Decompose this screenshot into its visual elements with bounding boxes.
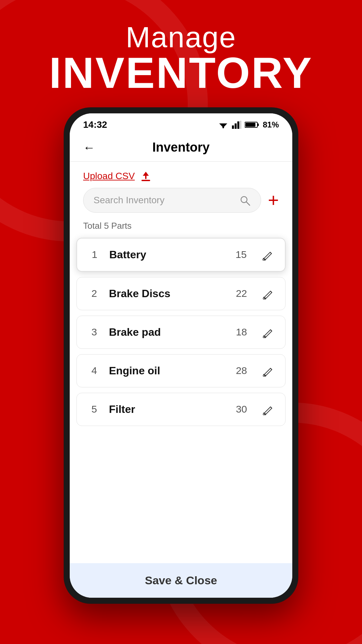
edit-icon[interactable] [262,402,275,416]
item-qty: 18 [236,326,247,338]
svg-marker-13 [143,172,149,176]
svg-line-22 [270,368,272,370]
svg-rect-5 [235,123,237,129]
edit-icon[interactable] [262,287,275,301]
svg-point-3 [222,127,224,128]
upload-arrow-icon [140,171,152,182]
svg-line-15 [246,202,250,205]
status-icons: 81% [218,120,279,129]
upload-csv-link[interactable]: Upload CSV [83,171,135,181]
inventory-item: 4 Engine oil 28 [76,354,286,387]
inventory-list: 1 Battery 15 2 Brake Discs 22 [70,238,292,426]
svg-line-24 [270,407,272,408]
svg-rect-11 [141,180,150,181]
phone-frame: 14:32 [64,107,298,604]
status-time: 14:32 [83,119,107,130]
item-name: Brake pad [109,326,228,338]
save-close-button[interactable]: Save & Close [70,563,292,598]
search-placeholder: Search Inventory [94,195,165,206]
item-number: 1 [88,249,101,260]
nav-title: Inventory [152,140,209,155]
item-qty: 28 [236,365,247,376]
header-section: Manage INVENTORY [0,20,362,95]
item-number: 3 [87,326,101,338]
inventory-item: 3 Brake pad 18 [76,316,286,349]
edit-icon[interactable] [262,364,275,378]
inventory-item: 5 Filter 30 [76,393,286,426]
upload-icon[interactable] [140,170,152,182]
item-qty: 22 [236,288,247,299]
inventory-item: 1 Battery 15 [76,238,286,272]
content-area: Upload CSV Search Inventory [70,162,292,563]
search-section: Search Inventory + [70,188,292,218]
battery-icon [245,121,259,128]
status-bar: 14:32 [70,113,292,133]
signal-icon [232,121,241,129]
svg-line-18 [270,291,272,292]
add-item-button[interactable]: + [268,191,279,210]
svg-line-16 [270,252,272,254]
battery-pct: 81% [263,120,279,129]
svg-rect-9 [257,123,259,126]
svg-rect-6 [237,121,239,129]
inventory-item: 2 Brake Discs 22 [76,277,286,310]
search-icon[interactable] [239,194,251,206]
inventory-headline: INVENTORY [13,51,349,95]
upload-section: Upload CSV [70,162,292,188]
item-number: 5 [87,404,101,415]
edit-icon[interactable] [261,248,274,262]
svg-line-20 [270,330,272,331]
item-name: Brake Discs [109,287,228,300]
svg-rect-4 [232,125,234,129]
total-parts-label: Total 5 Parts [70,218,292,238]
nav-bar: ← Inventory [70,133,292,162]
item-name: Battery [109,249,228,261]
item-name: Engine oil [109,365,228,377]
phone-wrapper: 14:32 [64,107,298,604]
svg-rect-10 [245,123,255,127]
edit-icon[interactable] [262,325,275,339]
item-qty: 15 [236,249,247,260]
phone-screen: 14:32 [70,113,292,598]
item-number: 4 [87,365,101,376]
back-button[interactable]: ← [83,141,95,155]
item-number: 2 [87,288,101,299]
item-qty: 30 [236,404,247,415]
search-input-wrap[interactable]: Search Inventory [83,188,261,213]
item-name: Filter [109,403,228,416]
svg-rect-7 [240,121,241,129]
wifi-icon [218,121,229,129]
